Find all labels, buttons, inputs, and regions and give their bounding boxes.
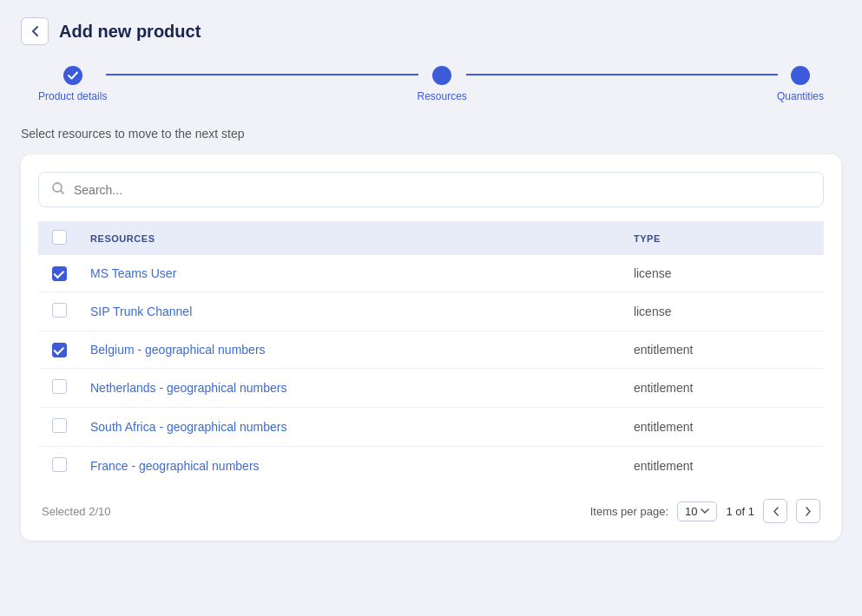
pagination-controls: Items per page: 10 1 of 1 xyxy=(590,499,820,523)
instruction-text: Select resources to move to the next ste… xyxy=(21,127,841,141)
row-checkbox-cell xyxy=(38,408,80,447)
page-container: Add new product Product details Resource… xyxy=(0,0,862,616)
table-row: South Africa - geographical numbersentit… xyxy=(38,408,824,447)
table-row: SIP Trunk Channellicense xyxy=(38,292,824,331)
step-3-label: Quantities xyxy=(777,90,824,102)
step-1-label: Product details xyxy=(38,90,107,102)
resource-name: Belgium - geographical numbers xyxy=(80,331,623,369)
items-per-page-label: Items per page: xyxy=(590,505,668,518)
row-checkbox-cell xyxy=(38,369,80,408)
step-1-circle xyxy=(63,66,82,85)
col-select xyxy=(38,221,80,255)
resource-name: South Africa - geographical numbers xyxy=(80,408,623,447)
col-resources: RESOURCES xyxy=(80,221,623,255)
select-all-checkbox[interactable] xyxy=(52,230,67,245)
search-box[interactable] xyxy=(38,172,824,207)
resource-card: RESOURCES TYPE MS Teams UserlicenseSIP T… xyxy=(21,154,841,541)
resource-type: entitlement xyxy=(623,331,824,369)
step-line-2 xyxy=(466,74,778,75)
resource-name: France - geographical numbers xyxy=(80,447,623,486)
step-line-1 xyxy=(106,74,418,75)
page-info: 1 of 1 xyxy=(726,505,754,518)
table-row: MS Teams Userlicense xyxy=(38,255,824,292)
row-checkbox[interactable] xyxy=(52,379,67,394)
step-product-details: Product details xyxy=(38,66,107,102)
col-type: TYPE xyxy=(623,221,824,255)
table-row: Belgium - geographical numbersentitlemen… xyxy=(38,331,824,369)
header: Add new product xyxy=(21,17,841,45)
resource-type: license xyxy=(623,255,824,292)
row-checkbox-cell xyxy=(38,331,80,369)
search-input[interactable] xyxy=(74,183,811,197)
resources-table: RESOURCES TYPE MS Teams UserlicenseSIP T… xyxy=(38,221,824,485)
resource-name: SIP Trunk Channel xyxy=(80,292,623,331)
row-checkbox-cell xyxy=(38,255,80,292)
row-checkbox[interactable] xyxy=(52,343,67,357)
step-resources: Resources xyxy=(418,66,467,102)
row-checkbox-cell xyxy=(38,447,80,486)
resource-name: Netherlands - geographical numbers xyxy=(80,369,623,408)
resource-type: entitlement xyxy=(623,408,824,447)
step-2-label: Resources xyxy=(418,90,467,102)
row-checkbox[interactable] xyxy=(52,303,67,318)
row-checkbox[interactable] xyxy=(52,418,67,433)
selected-count: Selected 2/10 xyxy=(42,505,111,518)
step-quantities: Quantities xyxy=(777,66,824,102)
page-title: Add new product xyxy=(59,22,201,42)
resource-type: license xyxy=(623,292,824,331)
table-footer: Selected 2/10 Items per page: 10 1 of 1 xyxy=(38,499,824,523)
row-checkbox-cell xyxy=(38,292,80,331)
prev-page-button[interactable] xyxy=(763,499,787,523)
step-3-circle xyxy=(791,66,810,85)
back-button[interactable] xyxy=(21,17,49,45)
table-row: Netherlands - geographical numbersentitl… xyxy=(38,369,824,408)
resource-type: entitlement xyxy=(623,447,824,486)
stepper: Product details Resources Quantities xyxy=(21,66,841,102)
items-per-page-value: 10 xyxy=(685,505,697,518)
table-header-row: RESOURCES TYPE xyxy=(38,221,824,255)
items-per-page-select[interactable]: 10 xyxy=(677,501,717,521)
search-icon xyxy=(51,181,65,198)
next-page-button[interactable] xyxy=(796,499,820,523)
row-checkbox[interactable] xyxy=(52,266,67,281)
row-checkbox[interactable] xyxy=(52,457,67,472)
step-2-circle xyxy=(432,66,451,85)
table-row: France - geographical numbersentitlement xyxy=(38,447,824,486)
resource-type: entitlement xyxy=(623,369,824,408)
resource-name: MS Teams User xyxy=(80,255,623,292)
